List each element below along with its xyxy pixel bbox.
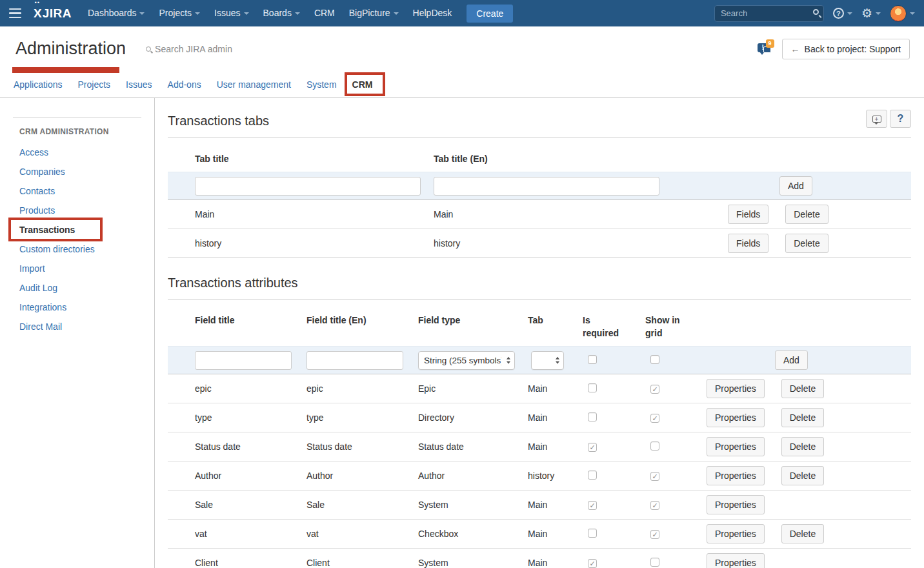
sidebar-item-companies[interactable]: Companies xyxy=(19,167,154,176)
field-title-value: vat xyxy=(192,529,303,539)
delete-button[interactable]: Delete xyxy=(781,408,824,427)
global-search xyxy=(714,5,824,22)
column-header-field-type: Field type xyxy=(415,314,525,327)
sidebar-item-products[interactable]: Products xyxy=(19,206,154,215)
table-row-attribute-vat: vat vat Checkbox Main Properties Delete xyxy=(168,520,911,549)
nav-bigpicture[interactable]: BigPicture xyxy=(342,0,406,26)
back-to-project-button[interactable]: ← Back to project: Support xyxy=(782,39,910,59)
field-title-en-value: Client xyxy=(303,558,415,568)
is-required-checkbox[interactable] xyxy=(588,412,597,421)
show-in-grid-checkbox[interactable] xyxy=(650,385,659,394)
notifications-button[interactable]: ! 9 xyxy=(758,41,774,57)
chevron-down-icon xyxy=(295,12,300,15)
settings-menu[interactable]: ⚙ xyxy=(861,7,881,19)
sidebar-item-access[interactable]: Access xyxy=(19,148,154,157)
properties-button[interactable]: Properties xyxy=(707,437,765,456)
sidebar-item-integrations[interactable]: Integrations xyxy=(19,303,154,312)
sidebar-item-contacts[interactable]: Contacts xyxy=(19,187,154,196)
delete-button[interactable]: Delete xyxy=(781,466,824,485)
nav-boards[interactable]: Boards xyxy=(256,0,307,26)
column-header-is-required: Is required xyxy=(579,314,619,340)
jira-logo[interactable]: ¨X JIRA xyxy=(34,6,72,21)
help-menu[interactable]: ? xyxy=(833,8,852,19)
column-header-field-title-en: Field title (En) xyxy=(303,314,415,327)
fields-button[interactable]: Fields xyxy=(728,205,768,224)
show-in-grid-checkbox[interactable] xyxy=(650,530,659,539)
nav-dashboards[interactable]: Dashboards xyxy=(81,0,152,26)
jira-admin-screen: ¨X JIRA Dashboards Projects Issues Board… xyxy=(0,0,924,568)
properties-button[interactable]: Properties xyxy=(707,553,765,568)
new-tab-title-input[interactable] xyxy=(195,177,421,196)
sidebar-item-direct-mail[interactable]: Direct Mail xyxy=(19,322,154,331)
delete-button[interactable]: Delete xyxy=(781,524,824,543)
feedback-button[interactable]: + xyxy=(866,110,887,128)
notification-badge: 9 xyxy=(766,39,774,48)
properties-button[interactable]: Properties xyxy=(707,379,765,398)
is-required-checkbox[interactable] xyxy=(588,355,597,364)
properties-button[interactable]: Properties xyxy=(707,408,765,427)
show-in-grid-checkbox[interactable] xyxy=(650,558,659,567)
sidebar-item-custom-directories[interactable]: Custom directories xyxy=(19,245,154,254)
is-required-checkbox[interactable] xyxy=(588,529,597,538)
nav-crm[interactable]: CRM xyxy=(307,0,342,26)
show-in-grid-checkbox[interactable] xyxy=(650,414,659,423)
delete-button[interactable]: Delete xyxy=(785,234,828,253)
field-type-value: Directory xyxy=(415,412,525,423)
fields-button[interactable]: Fields xyxy=(728,234,768,253)
is-required-checkbox[interactable] xyxy=(588,471,597,480)
is-required-checkbox[interactable] xyxy=(588,443,597,452)
jira-logo-icon: ¨X xyxy=(34,6,42,21)
tab-projects[interactable]: Projects xyxy=(78,71,111,98)
field-title-value: epic xyxy=(192,383,303,394)
is-required-checkbox[interactable] xyxy=(588,559,597,568)
tab-crm[interactable]: CRM xyxy=(352,71,373,98)
field-type-select[interactable]: String (255 symbols) xyxy=(418,351,515,370)
nav-helpdesk[interactable]: HelpDesk xyxy=(406,0,459,26)
tab-add-ons[interactable]: Add-ons xyxy=(168,71,201,98)
new-field-title-input[interactable] xyxy=(195,351,292,370)
nav-projects[interactable]: Projects xyxy=(152,0,207,26)
tab-value: Main xyxy=(525,441,579,452)
global-search-input[interactable] xyxy=(714,5,824,22)
show-in-grid-checkbox[interactable] xyxy=(650,472,659,481)
new-tab-title-en-input[interactable] xyxy=(434,177,659,196)
tab-applications[interactable]: Applications xyxy=(14,71,63,98)
sidebar-item-import[interactable]: Import xyxy=(19,264,154,273)
tab-issues[interactable]: Issues xyxy=(126,71,152,98)
tab-value: Main xyxy=(525,500,579,510)
search-icon[interactable] xyxy=(813,9,819,15)
nav-issues[interactable]: Issues xyxy=(207,0,256,26)
column-header-show-in-grid: Show in grid xyxy=(642,314,682,340)
new-field-title-en-input[interactable] xyxy=(306,351,403,370)
sidebar-item-transactions[interactable]: Transactions xyxy=(19,225,154,234)
show-in-grid-checkbox[interactable] xyxy=(650,501,659,510)
show-in-grid-checkbox[interactable] xyxy=(650,441,659,451)
sidebar-divider xyxy=(13,117,141,117)
properties-button[interactable]: Properties xyxy=(707,495,765,514)
delete-button[interactable]: Delete xyxy=(781,379,824,398)
admin-search-placeholder: Search JIRA admin xyxy=(155,44,232,54)
table-row-attribute-author: Author Author Author history Properties … xyxy=(168,462,911,491)
add-attribute-button[interactable]: Add xyxy=(775,350,808,370)
tab-select[interactable] xyxy=(531,351,564,370)
app-switcher-menu-icon[interactable] xyxy=(0,1,30,26)
tab-system[interactable]: System xyxy=(306,71,337,98)
sidebar-item-audit-log[interactable]: Audit Log xyxy=(19,283,154,292)
delete-button[interactable]: Delete xyxy=(781,437,824,456)
create-button[interactable]: Create xyxy=(467,5,513,23)
user-menu[interactable] xyxy=(890,5,915,22)
tab-user-management[interactable]: User management xyxy=(217,71,291,98)
field-type-value: System xyxy=(415,500,525,510)
is-required-checkbox[interactable] xyxy=(588,383,597,392)
main-content: + ? Transactions tabs Tab title Tab titl… xyxy=(155,98,924,568)
is-required-checkbox[interactable] xyxy=(588,501,597,510)
table-row-attribute-sale: Sale Sale System Main Properties xyxy=(168,491,911,520)
delete-button[interactable]: Delete xyxy=(785,205,828,224)
help-button[interactable]: ? xyxy=(890,110,911,128)
properties-button[interactable]: Properties xyxy=(707,524,765,543)
properties-button[interactable]: Properties xyxy=(707,466,765,485)
column-header-field-title: Field title xyxy=(192,314,303,327)
add-tab-button[interactable]: Add xyxy=(779,176,812,196)
admin-search[interactable]: Search JIRA admin xyxy=(146,44,232,54)
show-in-grid-checkbox[interactable] xyxy=(650,355,659,364)
